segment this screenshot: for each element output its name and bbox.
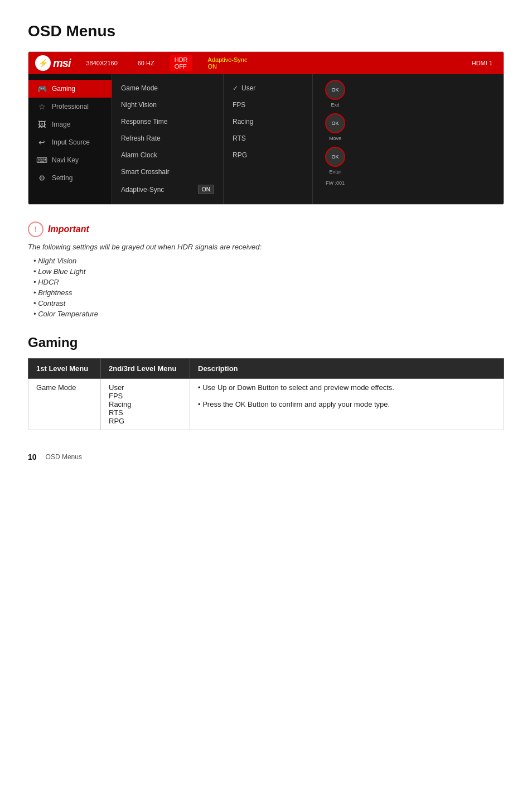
sidebar-setting-label: Setting bbox=[52, 174, 72, 182]
sidebar-input-source-label: Input Source bbox=[52, 138, 90, 146]
value-rpg[interactable]: RPG bbox=[224, 147, 312, 163]
enter-label: Enter bbox=[329, 169, 341, 175]
fw-version: FW :001 bbox=[326, 180, 345, 186]
table-row: Game Mode User FPS Racing RTS RPG • Use … bbox=[28, 379, 504, 430]
gaming-icon: 🎮 bbox=[36, 84, 47, 93]
gaming-section: Gaming 1st Level Menu 2nd/3rd Level Menu… bbox=[28, 335, 504, 430]
table-header-2nd: 2nd/3rd Level Menu bbox=[101, 359, 190, 379]
list-item: HDCR bbox=[33, 278, 504, 286]
menu-item-alarm-clock[interactable]: Alarm Clock bbox=[112, 147, 223, 163]
page-footer: 10 OSD Menus bbox=[28, 453, 504, 461]
exit-label: Exit bbox=[331, 102, 339, 108]
sidebar-item-image[interactable]: 🖼 Image bbox=[28, 115, 112, 133]
input-source-icon: ↩ bbox=[36, 138, 47, 147]
sidebar-professional-label: Professional bbox=[52, 103, 89, 110]
gaming-table: 1st Level Menu 2nd/3rd Level Menu Descri… bbox=[28, 358, 504, 430]
menu-item-refresh-rate[interactable]: Refresh Rate bbox=[112, 130, 223, 147]
table-cell-levels: User FPS Racing RTS RPG bbox=[101, 379, 190, 430]
list-item: Color Temperature bbox=[33, 310, 504, 318]
menu-item-response-time[interactable]: Response Time bbox=[112, 113, 223, 130]
osd-container: ⚡ msi 3840X2160 60 HZ HDR OFF Adaptive-S… bbox=[28, 51, 504, 205]
hz-display: 60 HZ bbox=[133, 59, 159, 68]
value-fps[interactable]: FPS bbox=[224, 97, 312, 113]
level-racing: Racing bbox=[109, 400, 182, 408]
enter-button[interactable]: OK bbox=[325, 147, 345, 167]
sidebar-item-input-source[interactable]: ↩ Input Source bbox=[28, 133, 112, 151]
osd-sidebar: 🎮 Gaming ☆ Professional 🖼 Image ↩ Input … bbox=[28, 74, 112, 204]
table-cell-description: • Use Up or Down Button to select and pr… bbox=[190, 379, 504, 430]
page-title: OSD Menus bbox=[28, 22, 504, 40]
move-button[interactable]: OK bbox=[325, 113, 345, 133]
important-header: ! Important bbox=[28, 222, 504, 237]
important-list: Night Vision Low Blue Light HDCR Brightn… bbox=[28, 257, 504, 318]
warning-icon: ! bbox=[28, 222, 43, 237]
list-item: Brightness bbox=[33, 288, 504, 297]
adaptive-sync-label: Adaptive-Sync bbox=[121, 186, 164, 194]
move-label: Move bbox=[329, 136, 341, 141]
exit-button[interactable]: OK bbox=[325, 80, 345, 100]
table-header-desc: Description bbox=[190, 359, 504, 379]
osd-menu: Game Mode Night Vision Response Time Ref… bbox=[112, 74, 224, 204]
sidebar-item-gaming[interactable]: 🎮 Gaming bbox=[28, 80, 112, 98]
msi-dragon-icon: ⚡ bbox=[35, 55, 51, 71]
level-fps: FPS bbox=[109, 392, 182, 400]
sidebar-image-label: Image bbox=[52, 121, 70, 128]
osd-values: User FPS Racing RTS RPG bbox=[224, 74, 313, 204]
table-header-1st: 1st Level Menu bbox=[28, 359, 101, 379]
menu-item-smart-crosshair[interactable]: Smart Crosshair bbox=[112, 163, 223, 180]
professional-icon: ☆ bbox=[36, 102, 47, 111]
sidebar-navi-key-label: Navi Key bbox=[52, 156, 79, 164]
menu-item-game-mode[interactable]: Game Mode bbox=[112, 80, 223, 97]
sidebar-gaming-label: Gaming bbox=[52, 85, 75, 93]
sidebar-item-professional[interactable]: ☆ Professional bbox=[28, 98, 112, 115]
list-item: Contrast bbox=[33, 299, 504, 307]
brand-name: msi bbox=[53, 57, 70, 70]
adaptive-sync-display: Adaptive-Sync ON bbox=[204, 55, 252, 71]
hdr-display: HDR OFF bbox=[170, 55, 192, 71]
resolution-display: 3840X2160 bbox=[81, 59, 122, 68]
osd-logo: ⚡ msi bbox=[35, 55, 70, 71]
osd-body: 🎮 Gaming ☆ Professional 🖼 Image ↩ Input … bbox=[28, 74, 504, 204]
value-rts[interactable]: RTS bbox=[224, 130, 312, 147]
navi-key-icon: ⌨ bbox=[36, 156, 47, 165]
important-description: The following settings will be grayed ou… bbox=[28, 243, 504, 251]
osd-topbar: ⚡ msi 3840X2160 60 HZ HDR OFF Adaptive-S… bbox=[28, 52, 504, 74]
osd-controls: OK Exit OK Move OK Enter FW :001 bbox=[313, 74, 357, 204]
value-racing[interactable]: Racing bbox=[224, 113, 312, 130]
menu-item-adaptive-sync[interactable]: Adaptive-Sync ON bbox=[112, 180, 223, 199]
value-user[interactable]: User bbox=[224, 80, 312, 97]
table-cell-menu: Game Mode bbox=[28, 379, 101, 430]
list-item: Night Vision bbox=[33, 257, 504, 265]
important-section: ! Important The following settings will … bbox=[28, 222, 504, 318]
footer-label: OSD Menus bbox=[46, 453, 82, 461]
setting-icon: ⚙ bbox=[36, 174, 47, 182]
level-user: User bbox=[109, 383, 182, 392]
page-number: 10 bbox=[28, 453, 37, 461]
image-icon: 🖼 bbox=[36, 120, 47, 129]
desc-bullet-2: • Press the OK Button to confirm and app… bbox=[198, 400, 496, 408]
desc-bullet-1: • Use Up or Down Button to select and pr… bbox=[198, 383, 496, 392]
hdmi-display: HDMI 1 bbox=[467, 59, 497, 68]
menu-item-night-vision[interactable]: Night Vision bbox=[112, 97, 223, 113]
important-label: Important bbox=[48, 224, 89, 234]
gaming-section-title: Gaming bbox=[28, 335, 504, 350]
level-rpg: RPG bbox=[109, 417, 182, 425]
level-rts: RTS bbox=[109, 408, 182, 417]
adaptive-sync-toggle[interactable]: ON bbox=[198, 185, 214, 194]
sidebar-item-setting[interactable]: ⚙ Setting bbox=[28, 169, 112, 187]
list-item: Low Blue Light bbox=[33, 267, 504, 276]
sidebar-item-navi-key[interactable]: ⌨ Navi Key bbox=[28, 151, 112, 169]
